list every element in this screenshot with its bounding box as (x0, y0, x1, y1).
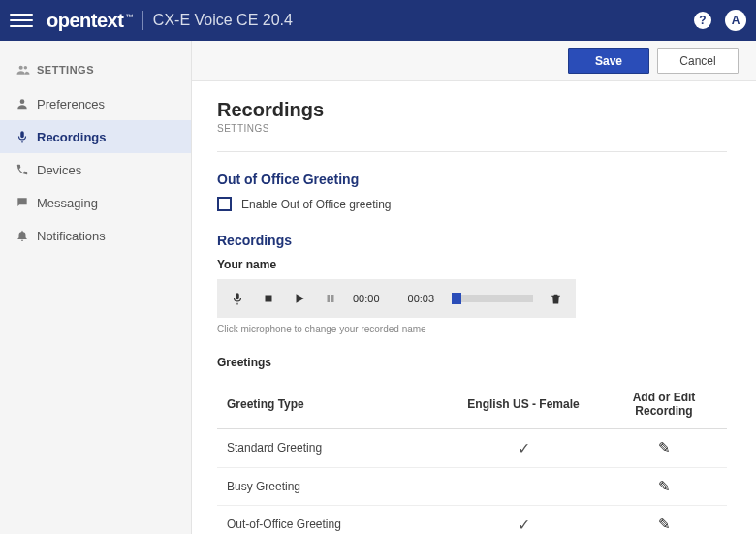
help-icon[interactable]: ? (694, 12, 711, 29)
person-icon (16, 97, 37, 110)
sidebar-section-label: SETTINGS (37, 64, 94, 76)
svg-rect-3 (20, 131, 24, 138)
product-name: CX-E Voice CE 20.4 (153, 12, 293, 29)
ooo-checkbox-label: Enable Out of Office greeting (241, 198, 392, 211)
edit-icon[interactable]: ✎ (658, 516, 671, 532)
player-track[interactable] (452, 295, 533, 302)
play-icon[interactable] (291, 290, 308, 307)
check-icon: ✓ (518, 440, 530, 456)
col-edit: Add or Edit Recording (611, 391, 717, 419)
ooo-enable-checkbox[interactable] (217, 197, 232, 211)
delete-icon[interactable] (547, 290, 564, 307)
sidebar-section-settings: SETTINGS (0, 52, 191, 87)
ooo-section-title: Out of Office Greeting (217, 172, 727, 187)
sidebar-item-devices[interactable]: Devices (0, 153, 191, 186)
sidebar-item-label: Recordings (37, 130, 107, 144)
greetings-label: Greetings (217, 356, 727, 369)
table-row: Out-of-Office Greeting ✓ ✎ (217, 506, 727, 534)
sidebar-item-label: Notifications (37, 229, 106, 243)
sidebar-item-preferences[interactable]: Preferences (0, 87, 191, 120)
svg-rect-4 (236, 293, 239, 299)
svg-rect-7 (331, 295, 334, 302)
sidebar-item-label: Preferences (37, 97, 105, 111)
bell-icon (16, 229, 37, 242)
sidebar-item-notifications[interactable]: Notifications (0, 219, 191, 252)
action-bar: Save Cancel (192, 41, 756, 81)
recordings-section-title: Recordings (217, 233, 727, 248)
svg-rect-6 (328, 295, 331, 302)
player-hint: Click microphone to change your recorded… (217, 324, 727, 334)
player-time-divider (394, 292, 394, 305)
svg-point-0 (19, 66, 23, 70)
cancel-button[interactable]: Cancel (657, 48, 739, 74)
people-icon (16, 63, 37, 77)
avatar[interactable]: A (725, 10, 746, 31)
microphone-icon (16, 130, 37, 143)
greeting-type-cell: Out-of-Office Greeting (227, 518, 436, 531)
message-icon (16, 196, 37, 209)
brand-divider (142, 11, 143, 30)
yourname-label: Your name (217, 258, 727, 271)
greeting-type-cell: Busy Greeting (227, 480, 436, 493)
save-button[interactable]: Save (568, 48, 649, 74)
page-subtitle: SETTINGS (217, 123, 727, 134)
edit-icon[interactable]: ✎ (658, 439, 671, 455)
svg-point-1 (24, 66, 28, 70)
stop-icon[interactable] (260, 290, 277, 307)
brand-logo: opentext™ (47, 10, 133, 32)
player-elapsed: 00:00 (353, 293, 380, 304)
table-row: Standard Greeting ✓ ✎ (217, 429, 727, 468)
audio-player: 00:00 00:03 (217, 279, 576, 318)
sidebar-item-label: Messaging (37, 196, 98, 210)
record-icon[interactable] (229, 290, 246, 307)
player-duration: 00:03 (408, 293, 435, 304)
svg-rect-5 (266, 296, 272, 302)
sidebar-item-label: Devices (37, 163, 81, 177)
svg-point-2 (20, 99, 25, 104)
col-greeting-type: Greeting Type (227, 397, 436, 411)
sidebar: SETTINGS Preferences Recordings Devices (0, 41, 192, 534)
phone-icon (16, 163, 37, 176)
greetings-table: Greeting Type English US - Female Add or… (217, 381, 727, 534)
page-title: Recordings (217, 99, 727, 121)
menu-icon[interactable] (10, 9, 33, 32)
table-row: Busy Greeting ✎ (217, 468, 727, 506)
check-icon: ✓ (518, 517, 530, 533)
greeting-type-cell: Standard Greeting (227, 441, 436, 455)
table-header: Greeting Type English US - Female Add or… (217, 381, 727, 429)
topbar: opentext™ CX-E Voice CE 20.4 ? A (0, 0, 756, 41)
divider (217, 151, 727, 152)
pause-icon[interactable] (322, 290, 339, 307)
edit-icon[interactable]: ✎ (658, 478, 671, 494)
sidebar-item-messaging[interactable]: Messaging (0, 186, 191, 219)
sidebar-item-recordings[interactable]: Recordings (0, 120, 191, 153)
col-voice: English US - Female (436, 397, 611, 411)
